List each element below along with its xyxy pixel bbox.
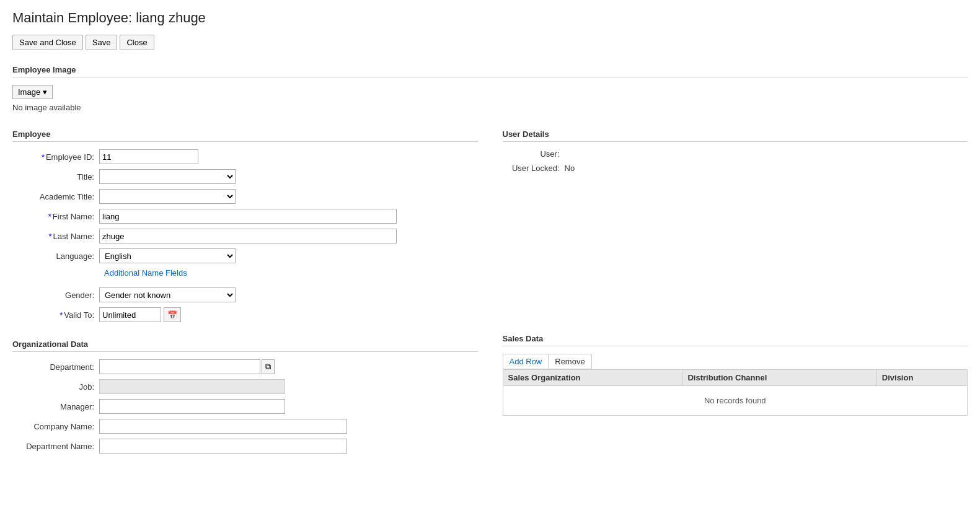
- first-name-input[interactable]: [99, 209, 397, 224]
- additional-name-fields-link[interactable]: Additional Name Fields: [104, 268, 187, 278]
- user-row: User:: [503, 149, 968, 159]
- employee-id-row: *Employee ID:: [12, 149, 478, 164]
- dept-name-label: Department Name:: [12, 442, 99, 451]
- org-data-section: Organizational Data Department: ⧉ Job:: [12, 340, 478, 454]
- gender-row: Gender: Gender not known Male Female: [12, 287, 478, 302]
- save-button[interactable]: Save: [86, 35, 118, 50]
- user-locked-label: User Locked:: [503, 164, 565, 173]
- copy-icon: ⧉: [265, 362, 271, 371]
- save-close-button[interactable]: Save and Close: [12, 35, 83, 50]
- sales-data-section: Sales Data Add Row Remove Sales Organiza…: [503, 334, 968, 416]
- department-copy-button[interactable]: ⧉: [262, 359, 275, 374]
- valid-to-input[interactable]: [99, 307, 161, 322]
- employee-image-section: Employee Image Image ▾ No image availabl…: [12, 65, 968, 112]
- first-name-label: *First Name:: [12, 212, 99, 221]
- user-locked-value: No: [565, 164, 575, 173]
- manager-label: Manager:: [12, 402, 99, 411]
- division-header: Division: [876, 370, 967, 386]
- close-button[interactable]: Close: [120, 35, 154, 50]
- department-input-wrapper: ⧉: [99, 359, 275, 374]
- page-title: Maintain Employee: liang zhuge: [12, 10, 968, 26]
- employee-image-title: Employee Image: [12, 65, 968, 77]
- first-name-row: *First Name:: [12, 209, 478, 224]
- user-locked-row: User Locked: No: [503, 164, 968, 173]
- no-image-text: No image available: [12, 103, 968, 112]
- last-name-row: *Last Name:: [12, 229, 478, 243]
- gender-label: Gender:: [12, 291, 99, 300]
- job-input: [99, 379, 285, 394]
- sales-table: Sales Organization Distribution Channel …: [503, 369, 968, 386]
- main-layout: Employee *Employee ID: Title: Mr. Ms.: [12, 129, 968, 471]
- department-label: Department:: [12, 362, 99, 372]
- required-star-valid: *: [60, 310, 63, 320]
- last-name-input[interactable]: [99, 229, 397, 243]
- dept-name-input[interactable]: [99, 439, 347, 454]
- language-row: Language: English German French Spanish: [12, 248, 478, 263]
- calendar-button[interactable]: 📅: [164, 307, 181, 322]
- last-name-label: *Last Name:: [12, 232, 99, 241]
- sales-org-header: Sales Organization: [503, 370, 682, 386]
- org-data-title: Organizational Data: [12, 340, 478, 352]
- academic-title-select[interactable]: [99, 189, 236, 204]
- company-name-label: Company Name:: [12, 422, 99, 431]
- toolbar: Save and Close Save Close: [12, 35, 968, 50]
- language-select[interactable]: English German French Spanish: [99, 248, 236, 263]
- image-button[interactable]: Image ▾: [12, 85, 53, 99]
- add-row-button[interactable]: Add Row: [503, 354, 549, 369]
- academic-title-row: Academic Title:: [12, 189, 478, 204]
- dept-name-row: Department Name:: [12, 439, 478, 454]
- sales-toolbar: Add Row Remove: [503, 354, 968, 369]
- gender-select[interactable]: Gender not known Male Female: [99, 287, 236, 302]
- job-row: Job:: [12, 379, 478, 394]
- sales-data-title: Sales Data: [503, 334, 968, 346]
- right-column: User Details User: User Locked: No Sales…: [490, 129, 968, 471]
- valid-to-wrapper: 📅: [99, 307, 181, 322]
- dist-channel-header: Distribution Channel: [682, 370, 876, 386]
- user-details-section: User Details User: User Locked: No: [503, 129, 968, 173]
- language-label: Language:: [12, 252, 99, 261]
- required-star-last: *: [48, 232, 51, 241]
- valid-to-label: *Valid To:: [12, 310, 99, 320]
- remove-button[interactable]: Remove: [549, 354, 591, 369]
- manager-input[interactable]: [99, 399, 285, 414]
- company-name-input[interactable]: [99, 419, 347, 434]
- academic-title-label: Academic Title:: [12, 192, 99, 201]
- title-select[interactable]: Mr. Ms. Mrs. Dr.: [99, 169, 236, 184]
- employee-id-input[interactable]: [99, 149, 198, 164]
- job-label: Job:: [12, 382, 99, 392]
- valid-to-row: *Valid To: 📅: [12, 307, 478, 322]
- required-star: *: [42, 152, 45, 162]
- user-details-title: User Details: [503, 129, 968, 142]
- no-records-text: No records found: [503, 386, 968, 416]
- manager-row: Manager:: [12, 399, 478, 414]
- department-input[interactable]: [99, 359, 260, 374]
- title-row: Title: Mr. Ms. Mrs. Dr.: [12, 169, 478, 184]
- dropdown-arrow-icon: ▾: [43, 87, 47, 97]
- calendar-icon: 📅: [167, 310, 177, 320]
- employee-id-label: *Employee ID:: [12, 152, 99, 162]
- employee-section: Employee *Employee ID: Title: Mr. Ms.: [12, 129, 478, 322]
- company-name-row: Company Name:: [12, 419, 478, 434]
- employee-section-title: Employee: [12, 129, 478, 142]
- department-row: Department: ⧉: [12, 359, 478, 374]
- required-star-first: *: [48, 212, 51, 221]
- title-label: Title:: [12, 172, 99, 182]
- left-column: Employee *Employee ID: Title: Mr. Ms.: [12, 129, 490, 471]
- user-label: User:: [503, 149, 565, 159]
